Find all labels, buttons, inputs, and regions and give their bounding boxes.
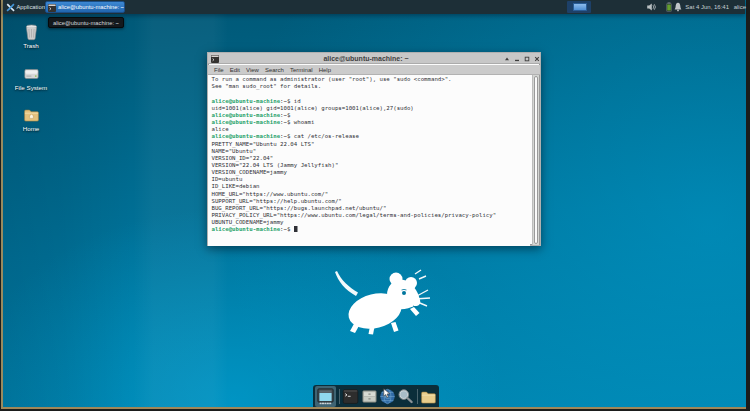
dock-separator: [339, 389, 340, 404]
terminal-line: SUPPORT_URL="https://help.ubuntu.com/": [212, 197, 531, 204]
terminal-line: alice@ubuntu-machine:~$ whoami: [212, 118, 531, 125]
mouse-cursor: [383, 388, 391, 399]
dock-file-manager-icon[interactable]: [361, 388, 378, 405]
terminal-line: alice@ubuntu-machine:~$ cat /etc/os-rele…: [212, 133, 531, 140]
menu-help[interactable]: Help: [319, 67, 331, 73]
scrollbar-thumb[interactable]: [534, 76, 538, 244]
xubuntu-mouse-logo: [325, 266, 431, 338]
close-button[interactable]: [532, 53, 542, 64]
desktop-icon-home[interactable]: Home: [5, 106, 57, 132]
menu-search[interactable]: Search: [265, 67, 284, 73]
home-folder-icon: [23, 106, 40, 124]
shade-icon: [504, 56, 510, 62]
menu-view[interactable]: View: [246, 67, 259, 73]
terminal-line: [212, 90, 531, 97]
panel-username[interactable]: alice: [734, 0, 746, 14]
terminal-line: PRETTY_NAME="Ubuntu 22.04 LTS": [212, 140, 531, 147]
window-controls: [502, 53, 542, 64]
taskbar-window-button-label: alice@ubuntu-machine: ~: [58, 2, 124, 12]
dock-xterm-icon[interactable]: [317, 388, 334, 405]
menu-terminal[interactable]: Terminal: [290, 67, 313, 73]
dock-app-finder-icon[interactable]: [397, 388, 414, 405]
terminal-line: To run a command as administrator (user …: [212, 76, 531, 83]
workspace-switcher[interactable]: [567, 1, 591, 13]
terminal-line: uid=1001(alice) gid=1001(alice) groups=1…: [212, 104, 531, 111]
applications-menu-icon[interactable]: [6, 3, 15, 12]
terminal-line: ID_LIKE=debian: [212, 183, 531, 190]
applications-menu[interactable]: Applications: [17, 0, 48, 14]
terminal-scrollbar[interactable]: [532, 75, 539, 245]
terminal-line: ID=ubuntu: [212, 176, 531, 183]
terminal-titlebar[interactable]: alice@ubuntu-machine: ~: [208, 53, 540, 64]
terminal-line: alice@ubuntu-machine:~$: [212, 111, 531, 118]
close-icon: [534, 56, 540, 62]
screen: Applications alice@ubuntu-machine: ~ Sat…: [0, 0, 750, 411]
top-panel: Applications alice@ubuntu-machine: ~ Sat…: [3, 0, 745, 14]
mouse-eye: [402, 291, 406, 295]
desktop-icon-trash[interactable]: Trash: [5, 23, 57, 49]
desktop-icon-label: Home: [5, 125, 57, 132]
dock-separator: [417, 389, 418, 404]
terminal-line: UBUNTU_CODENAME=jammy: [212, 218, 531, 225]
menu-edit[interactable]: Edit: [230, 67, 240, 73]
menu-file[interactable]: File: [214, 67, 224, 73]
trash-icon: [23, 23, 40, 41]
volume-icon[interactable]: [646, 2, 656, 12]
terminal-cursor: [294, 226, 298, 232]
terminal-line: PRIVACY_POLICY_URL="https://www.ubuntu.c…: [212, 211, 531, 218]
maximize-button[interactable]: [522, 53, 532, 64]
terminal-screen[interactable]: To run a command as administrator (user …: [208, 75, 530, 246]
desktop-icon-file-system[interactable]: File System: [5, 65, 57, 91]
taskbar-window-button[interactable]: alice@ubuntu-machine: ~: [45, 1, 125, 13]
shade-button[interactable]: [502, 53, 512, 64]
notification-bell-icon[interactable]: [673, 2, 683, 12]
dock-terminal-icon[interactable]: [342, 388, 359, 405]
terminal-line: VERSION_CODENAME=jammy: [212, 168, 531, 175]
terminal-line: NAME="Ubuntu": [212, 147, 531, 154]
terminal-line: VERSION="22.04 LTS (Jammy Jellyfish)": [212, 161, 531, 168]
terminal-menubar: FileEditViewSearchTerminalHelp: [208, 65, 540, 75]
minimize-icon: [514, 56, 520, 62]
terminal-line: alice@ubuntu-machine:~$: [212, 226, 531, 233]
terminal-line: VERSION_ID="22.04": [212, 154, 531, 161]
terminal-output: To run a command as administrator (user …: [208, 75, 530, 233]
terminal-line: BUG_REPORT_URL="https://bugs.launchpad.n…: [212, 204, 531, 211]
panel-clock[interactable]: Sat 4 Jun, 16:41: [685, 0, 729, 14]
minimize-button[interactable]: [512, 53, 522, 64]
taskbar-tooltip: alice@ubuntu-machine: ~: [48, 17, 124, 28]
file-system-drive-icon: [23, 65, 40, 83]
maximize-icon: [524, 56, 530, 62]
terminal-line: alice@ubuntu-machine:~$ id: [212, 97, 531, 104]
dock-folder-icon[interactable]: [420, 388, 437, 405]
desktop-icon-label: File System: [5, 84, 57, 91]
terminal-line: alice: [212, 126, 531, 133]
terminal-line: See "man sudo_root" for details.: [212, 83, 531, 90]
desktop-icon-label: Trash: [5, 42, 57, 49]
terminal-window-title: alice@ubuntu-machine: ~: [200, 53, 532, 64]
bottom-dock: [313, 385, 439, 407]
terminal-window: alice@ubuntu-machine: ~ FileEditViewSear…: [207, 52, 541, 246]
terminal-line: HOME_URL="https://www.ubuntu.com/": [212, 190, 531, 197]
terminal-window-icon: [48, 4, 56, 12]
workspace-active-cell[interactable]: [573, 3, 587, 11]
